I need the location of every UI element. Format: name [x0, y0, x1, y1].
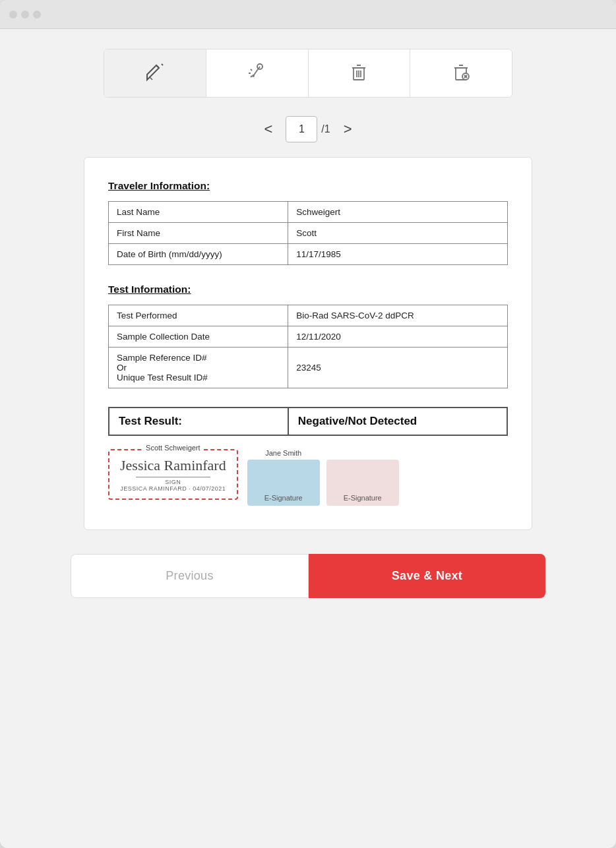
signature-box-2[interactable]: E-Signature [247, 460, 320, 506]
signer-name-2: Jane Smith [265, 449, 301, 457]
table-row: Test Performed Bio-Rad SARS-CoV-2 ddPCR [109, 305, 508, 326]
table-row: Sample Collection Date 12/11/2020 [109, 326, 508, 348]
edit-icon [144, 61, 166, 85]
toolbar-delete-cancel[interactable] [410, 49, 512, 97]
svg-line-1 [162, 64, 163, 65]
signature-area: Scott Schweigert Jessica Raminfard sign … [108, 449, 508, 506]
result-table: Test Result: Negative/Not Detected [108, 407, 508, 436]
toolbar-delete[interactable] [309, 49, 411, 97]
signer-name-1: Scott Schweigert [143, 444, 203, 452]
table-row: Last Name Schweigert [109, 202, 508, 223]
page-number-input[interactable] [286, 116, 317, 142]
sig-dash-1 [136, 477, 210, 477]
sig-col-2: Jane Smith E-Signature [247, 449, 320, 506]
sig-detail: JESSICA RAMINFARD · 04/07/2021 [120, 485, 226, 492]
table-row: First Name Scott [109, 223, 508, 244]
page-total: /1 [321, 123, 330, 135]
toolbar-edit[interactable] [104, 49, 206, 97]
signer-name-3 [361, 449, 363, 457]
traveler-firstname-label: First Name [109, 223, 288, 244]
traveler-dob-value: 11/17/1985 [288, 244, 508, 265]
table-row: Sample Reference ID#OrUnique Test Result… [109, 348, 508, 388]
svg-point-3 [253, 75, 254, 76]
result-value: Negative/Not Detected [288, 408, 507, 435]
e-signature-label-2: E-Signature [264, 494, 303, 502]
test-section-title: Test Information: [108, 284, 508, 295]
traveler-section-title: Traveler Information: [108, 180, 508, 192]
dot-red [9, 11, 17, 18]
next-page-button[interactable]: > [337, 118, 359, 140]
dot-green [33, 11, 41, 18]
e-signature-label-3: E-Signature [344, 494, 382, 502]
titlebar [0, 0, 616, 29]
sig-col-3: E-Signature [326, 449, 399, 506]
toolbar [104, 49, 512, 98]
main-content: < /1 > Traveler Information: Last Name S… [0, 29, 616, 848]
prev-page-button[interactable]: < [257, 118, 279, 140]
document-card: Traveler Information: Last Name Schweige… [84, 157, 532, 530]
test-performed-value: Bio-Rad SARS-CoV-2 ddPCR [288, 305, 508, 326]
dot-yellow [21, 11, 29, 18]
traveler-dob-label: Date of Birth (mm/dd/yyyy) [109, 244, 288, 265]
sample-date-value: 12/11/2020 [288, 326, 508, 348]
result-label: Test Result: [109, 408, 288, 435]
bottom-nav: Previous Save & Next [71, 554, 545, 598]
traveler-firstname-value: Scott [288, 223, 508, 244]
pagination: < /1 > [257, 116, 358, 142]
table-row: Date of Birth (mm/dd/yyyy) 11/17/1985 [109, 244, 508, 265]
save-next-button[interactable]: Save & Next [309, 554, 545, 598]
sample-ref-value: 23245 [288, 348, 508, 388]
delete-cancel-icon [450, 61, 472, 85]
test-performed-label: Test Performed [109, 305, 288, 326]
traveler-lastname-label: Last Name [109, 202, 288, 223]
signature-cursive-1: Jessica Raminfard [120, 457, 226, 474]
previous-button[interactable]: Previous [71, 554, 309, 598]
signature-right-group: Jane Smith E-Signature E-Signature [247, 449, 508, 506]
signature-box-1[interactable]: Scott Schweigert Jessica Raminfard sign … [108, 449, 238, 500]
result-row: Test Result: Negative/Not Detected [109, 408, 507, 435]
magic-icon [247, 61, 268, 85]
signature-box-3[interactable]: E-Signature [326, 460, 399, 506]
sample-date-label: Sample Collection Date [109, 326, 288, 348]
svg-line-0 [150, 77, 152, 80]
traveler-table: Last Name Schweigert First Name Scott Da… [108, 201, 508, 265]
test-table: Test Performed Bio-Rad SARS-CoV-2 ddPCR … [108, 305, 508, 388]
sample-ref-label: Sample Reference ID#OrUnique Test Result… [109, 348, 288, 388]
toolbar-magic[interactable] [206, 49, 309, 97]
delete-icon [348, 61, 369, 85]
traveler-lastname-value: Schweigert [288, 202, 508, 223]
app-window: < /1 > Traveler Information: Last Name S… [0, 0, 616, 848]
sig-sign-label: sign [165, 479, 181, 485]
